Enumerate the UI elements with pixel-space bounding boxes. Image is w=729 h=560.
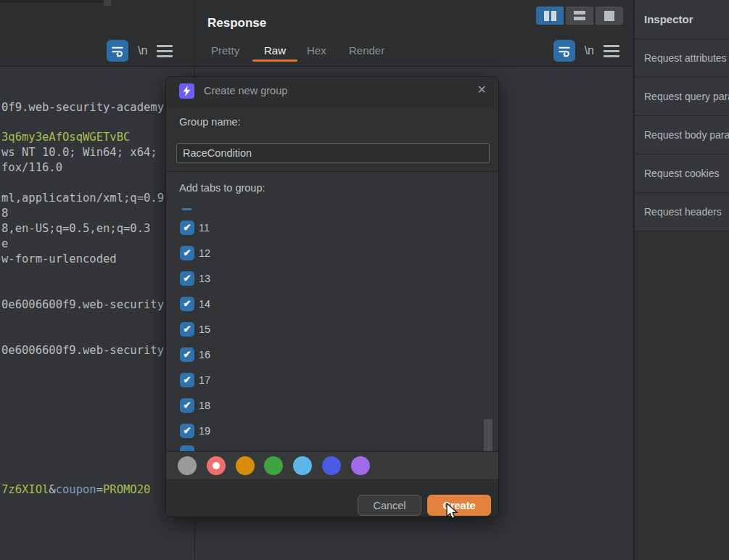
- group-tab-row: ✔18: [180, 398, 210, 413]
- color-swatch-red[interactable]: [207, 456, 226, 475]
- response-title: Response: [207, 16, 266, 30]
- tab-checkbox[interactable]: ✔: [180, 297, 194, 311]
- request-line: ml,application/xml;q=0.9: [1, 192, 164, 205]
- color-swatch-gray[interactable]: [178, 456, 197, 475]
- group-tab-row: ✔12: [180, 246, 210, 260]
- editor-menu-button[interactable]: [604, 45, 619, 57]
- tab-checkbox-label: 19: [199, 425, 210, 437]
- tab-raw[interactable]: Raw: [264, 44, 286, 57]
- word-wrap-icon: [557, 44, 572, 58]
- tab-checkbox-label: 14: [199, 298, 210, 310]
- burp-bolt-icon: [179, 83, 194, 99]
- tab-checkbox-label: 18: [199, 400, 210, 411]
- tab-pretty[interactable]: Pretty: [211, 44, 239, 57]
- request-line: ws NT 10.0; Win64; x64;: [1, 146, 157, 159]
- tab-checkbox-label: 15: [199, 324, 210, 335]
- inspector-item[interactable]: Request cookies: [635, 155, 729, 193]
- tab-checkbox[interactable]: ✔: [180, 322, 194, 337]
- inspector-item[interactable]: Request headers: [635, 193, 729, 231]
- group-name-input[interactable]: [176, 143, 490, 163]
- inspector-title: Inspector: [635, 0, 729, 39]
- color-swatch-light-blue[interactable]: [293, 456, 312, 475]
- columns-layout-icon: [544, 11, 556, 21]
- group-tab-row: ✔15: [180, 322, 210, 337]
- group-name-section: Group name:: [166, 106, 498, 172]
- tab-checkbox-label: 12: [199, 247, 210, 259]
- list-scrollbar-thumb[interactable]: [484, 419, 493, 451]
- tab-checkbox-label: 17: [199, 374, 210, 386]
- request-line: 7z6XIOl&coupon=PROMO20: [1, 483, 150, 496]
- tab-checkbox[interactable]: ✔: [180, 373, 194, 387]
- view-layout-switcher: [536, 7, 623, 25]
- group-tab-row: ✔19: [180, 424, 210, 438]
- word-wrap-icon: [110, 44, 125, 58]
- request-line: 0f9.web-security-academy: [1, 101, 164, 114]
- group-tab-row: ✔14: [180, 297, 210, 311]
- tab-checkbox[interactable]: ✔: [180, 398, 194, 413]
- group-tab-row: ✔16: [180, 347, 210, 362]
- request-line: fox/116.0: [1, 161, 62, 174]
- word-wrap-toggle-button[interactable]: [553, 40, 575, 62]
- group-color-picker: [166, 451, 498, 480]
- tab-checkbox[interactable]: ✔: [180, 347, 194, 362]
- request-line: 3q6my3eAfOsqWGETvBC: [1, 131, 130, 144]
- request-line: 8: [1, 207, 8, 220]
- word-wrap-toggle-button[interactable]: [107, 40, 128, 62]
- selected-color-dot: [213, 462, 220, 469]
- group-tab-row: ✔17: [180, 373, 210, 387]
- tab-checkbox-label: 16: [199, 349, 210, 361]
- tabs-to-group-list[interactable]: ✔11✔12✔13✔14✔15✔16✔17✔18✔19: [166, 202, 498, 451]
- group-tab-row: ✔11: [180, 221, 210, 235]
- tab-checkbox-label: 13: [199, 273, 210, 284]
- request-line: e: [1, 237, 8, 250]
- show-newlines-toggle[interactable]: \n: [138, 44, 147, 57]
- tab-checkbox[interactable]: ✔: [180, 271, 194, 286]
- tab-checkbox[interactable]: ✔: [180, 221, 194, 235]
- tab-hex[interactable]: Hex: [307, 44, 326, 57]
- mouse-cursor: [445, 503, 460, 524]
- clipped-checkbox-bottom: [180, 445, 194, 451]
- close-icon[interactable]: ✕: [477, 84, 487, 96]
- tab-strip-remnant: [0, 0, 109, 3]
- tab-strip-notch: [104, 0, 111, 6]
- inspector-panel: Inspector Request attributesRequest quer…: [633, 0, 729, 560]
- tab-checkbox-label: 11: [199, 222, 210, 234]
- group-name-label: Group name:: [179, 116, 241, 128]
- inspector-item[interactable]: Request attributes: [635, 39, 729, 78]
- dialog-title: Create new group: [204, 85, 287, 96]
- rows-layout-button[interactable]: [566, 7, 593, 25]
- show-newlines-toggle[interactable]: \n: [585, 44, 594, 57]
- inspector-item[interactable]: Request query parameters: [635, 78, 729, 116]
- dialog-titlebar[interactable]: Create new group ✕: [166, 77, 498, 106]
- color-swatch-green[interactable]: [264, 456, 283, 475]
- request-line: 0e6006600f9.web-security: [1, 298, 164, 311]
- tab-render[interactable]: Render: [349, 44, 384, 57]
- group-tab-row: ✔13: [180, 271, 210, 286]
- single-layout-icon: [604, 11, 614, 21]
- single-layout-button[interactable]: [596, 7, 623, 25]
- add-tabs-label: Add tabs to group:: [179, 182, 265, 194]
- color-swatch-purple[interactable]: [351, 456, 370, 475]
- tab-checkbox[interactable]: ✔: [180, 246, 194, 260]
- editor-menu-button[interactable]: [157, 45, 173, 57]
- rows-layout-icon: [574, 11, 585, 20]
- burp-window: \n 0f9.web-security-academy3q6my3eAfOsqW…: [0, 0, 729, 560]
- color-swatch-orange[interactable]: [236, 456, 255, 475]
- color-swatch-blue[interactable]: [322, 456, 341, 475]
- request-line: w-form-urlencoded: [1, 252, 117, 265]
- clipped-checkbox-top: [182, 208, 191, 210]
- inspector-item[interactable]: Request body parameters: [635, 116, 729, 155]
- tab-checkbox[interactable]: ✔: [180, 424, 194, 438]
- cancel-button[interactable]: Cancel: [358, 495, 421, 516]
- request-line: 8,en-US;q=0.5,en;q=0.3: [1, 222, 150, 235]
- create-group-dialog: Create new group ✕ Group name: Add tabs …: [165, 76, 499, 517]
- columns-layout-button[interactable]: [536, 7, 564, 25]
- request-line: 0e6006600f9.web-security: [1, 344, 164, 357]
